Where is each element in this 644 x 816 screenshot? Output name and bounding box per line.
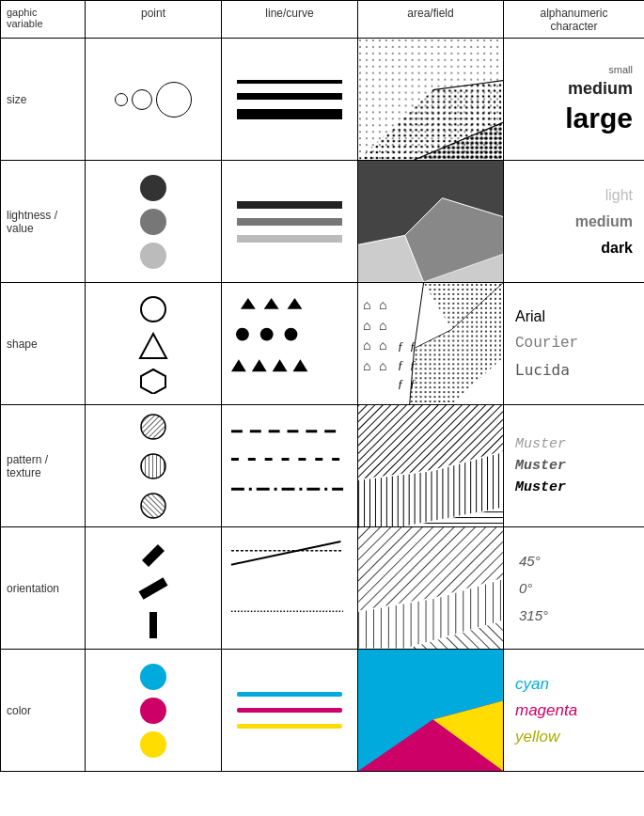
- svg-marker-18: [288, 298, 303, 309]
- orientation-alpha-group: 45° 0° 315°: [504, 545, 644, 631]
- size-alpha-medium: medium: [568, 79, 633, 99]
- pattern-area-cell: [358, 405, 504, 527]
- color-circle-yellow: [140, 731, 166, 758]
- size-line-thin: [237, 80, 342, 84]
- svg-marker-15: [141, 369, 165, 394]
- shape-area-svg: ⌂ ⌂ ⌂ ⌂ ⌂ ⌂ ⌂ ⌂ ƒ ƒ ƒ ƒ ƒ ƒ: [358, 283, 503, 404]
- pattern-circle-1: [137, 411, 169, 443]
- header-point: point: [86, 1, 222, 39]
- size-circle-large: [156, 82, 192, 118]
- color-line-cyan: [237, 692, 342, 697]
- shape-triangle-icon: [138, 332, 168, 360]
- orientation-alpha-0: 0°: [519, 580, 532, 596]
- orientation-alpha-315: 315°: [519, 607, 548, 623]
- color-alpha-magenta: magenta: [515, 701, 577, 720]
- size-circle-medium: [132, 89, 152, 110]
- shape-alpha-cell: Arial Courier Lucida: [504, 283, 644, 405]
- size-area-svg: [358, 39, 503, 160]
- orientation-point-svg: [116, 532, 191, 645]
- pattern-point-cell: [86, 405, 222, 527]
- svg-text:⌂: ⌂: [363, 319, 370, 333]
- shape-area-cell: ⌂ ⌂ ⌂ ⌂ ⌂ ⌂ ⌂ ⌂ ƒ ƒ ƒ ƒ ƒ ƒ: [358, 283, 504, 405]
- pattern-label: pattern / texture: [1, 405, 86, 527]
- size-alpha-small: small: [608, 64, 633, 75]
- shape-alpha-arial: Arial: [515, 308, 545, 325]
- pattern-point-group: [137, 411, 169, 522]
- svg-text:⌂: ⌂: [379, 338, 386, 353]
- shape-point-cell: [86, 283, 222, 405]
- lightness-light-circle: [140, 243, 166, 269]
- lightness-line-dark: [237, 201, 342, 209]
- orientation-area-svg: [358, 527, 503, 649]
- lightness-point-group: [140, 175, 166, 269]
- orientation-line-svg: [222, 527, 357, 649]
- orientation-line-cell: [222, 527, 358, 650]
- color-alpha-yellow: yellow: [515, 728, 559, 746]
- pattern-alpha-group: Muster Muster Muster: [504, 429, 644, 503]
- svg-text:⌂: ⌂: [363, 338, 370, 353]
- size-circle-small: [115, 93, 128, 106]
- shape-alpha-lucida: Lucida: [515, 361, 570, 379]
- svg-point-20: [260, 328, 274, 341]
- shape-point-group: [138, 294, 168, 394]
- lightness-line-group: [222, 201, 357, 243]
- svg-marker-22: [231, 359, 246, 371]
- svg-point-19: [236, 328, 249, 341]
- header-area: area/field: [358, 1, 504, 39]
- orientation-point-cell: [86, 527, 222, 650]
- shape-line-cell: [222, 283, 358, 405]
- svg-marker-23: [252, 359, 267, 371]
- lightness-dark-circle: [140, 175, 166, 201]
- orientation-area-cell: [358, 527, 504, 650]
- color-line-yellow: [237, 724, 342, 729]
- lightness-medium-circle: [140, 209, 166, 235]
- lightness-alpha-medium: medium: [575, 213, 633, 230]
- color-line-magenta: [237, 708, 342, 713]
- color-area-svg: [358, 650, 503, 771]
- header-alpha: alphanumeric character: [504, 1, 644, 39]
- svg-marker-14: [140, 334, 166, 358]
- color-alpha-group: cyan magenta yellow: [504, 667, 644, 754]
- svg-text:⌂: ⌂: [379, 298, 386, 312]
- header-graphic-variable: gaphic variable: [1, 1, 86, 39]
- svg-rect-64: [139, 577, 168, 600]
- size-area-cell: [358, 39, 504, 161]
- shape-alpha-group: Arial Courier Lucida: [504, 301, 644, 386]
- lightness-line-medium: [237, 218, 342, 226]
- svg-marker-24: [273, 359, 288, 371]
- pattern-alpha-3: Muster: [515, 479, 566, 495]
- svg-text:⌂: ⌂: [363, 298, 370, 312]
- svg-rect-65: [149, 612, 157, 638]
- pattern-circle-2: [137, 450, 169, 482]
- svg-line-67: [231, 541, 340, 565]
- shape-hexagon-icon: [138, 368, 168, 394]
- orientation-alpha-45: 45°: [519, 553, 541, 569]
- lightness-line-light: [237, 235, 342, 243]
- lightness-alpha-dark: dark: [601, 240, 633, 257]
- size-line-medium: [237, 93, 342, 100]
- pattern-alpha-2: Muster: [515, 458, 566, 474]
- shape-line-svg: [222, 283, 357, 404]
- svg-text:ƒ: ƒ: [398, 358, 403, 371]
- lightness-point-cell: [86, 161, 222, 283]
- size-line-thick: [237, 109, 342, 119]
- shape-circle-icon: [138, 294, 168, 324]
- svg-text:ƒ: ƒ: [398, 377, 403, 390]
- color-alpha-cyan: cyan: [515, 675, 549, 694]
- svg-rect-63: [142, 543, 165, 566]
- color-label: color: [1, 650, 86, 772]
- pattern-alpha-1: Muster: [515, 436, 566, 452]
- svg-text:⌂: ⌂: [363, 359, 370, 373]
- svg-text:ƒ: ƒ: [398, 339, 403, 353]
- main-grid: gaphic variable point line/curve area/fi…: [0, 0, 644, 772]
- svg-text:⌂: ⌂: [379, 359, 386, 373]
- pattern-alpha-cell: Muster Muster Muster: [504, 405, 644, 527]
- lightness-alpha-group: light medium dark: [504, 180, 644, 264]
- lightness-line-cell: [222, 161, 358, 283]
- color-point-cell: [86, 650, 222, 772]
- pattern-circle-3: [137, 490, 169, 522]
- size-point-group: [115, 82, 192, 118]
- size-point-cell: [86, 39, 222, 161]
- svg-text:⌂: ⌂: [379, 319, 386, 333]
- orientation-label: orientation: [1, 527, 86, 650]
